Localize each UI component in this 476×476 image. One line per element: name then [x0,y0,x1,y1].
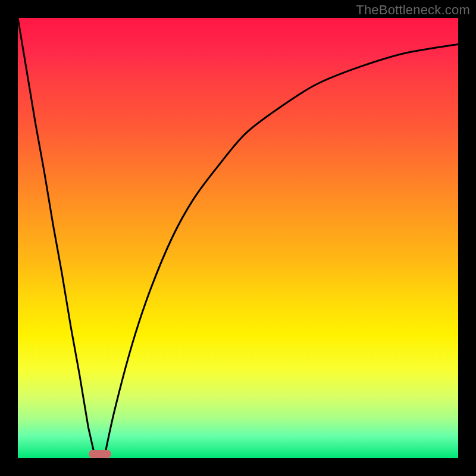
plot-area [18,18,458,458]
attribution-label: TheBottleneck.com [356,2,470,18]
curve-path-right [104,44,458,458]
chart-frame: TheBottleneck.com [0,0,476,476]
bottleneck-curve [18,18,458,458]
optimum-marker [89,450,111,458]
curve-path-left [18,18,95,458]
